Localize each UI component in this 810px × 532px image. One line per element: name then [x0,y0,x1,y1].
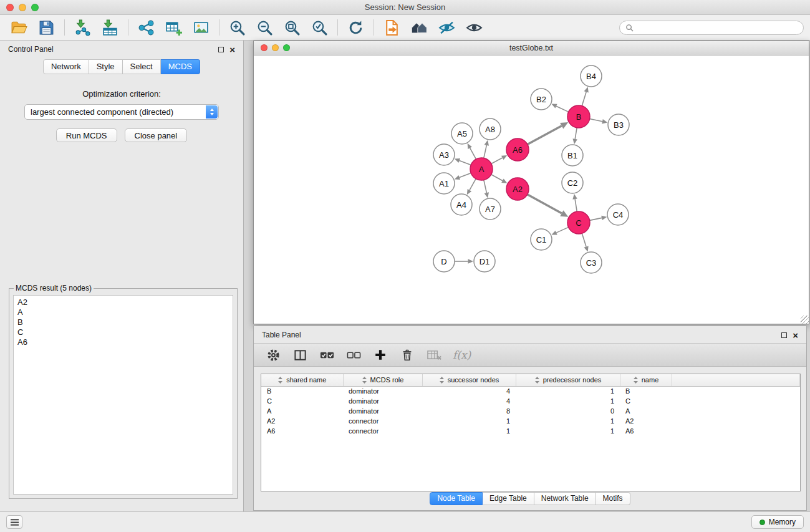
mcds-result-list[interactable]: A2ABCA6 [13,295,233,495]
table-cell[interactable]: A2 [261,416,343,426]
tab-network[interactable]: Network [43,59,89,74]
network-canvas[interactable]: B4B2BB3A8A5A6A3B1AA1C2A2A4A7C4CC1DD1C3 [254,56,809,324]
mcds-result-item[interactable]: A [17,307,229,317]
close-table-panel-icon[interactable]: × [793,332,798,338]
table-cell[interactable]: 0 [516,406,620,416]
graph-node-D1[interactable]: D1 [474,251,495,272]
resize-grip[interactable] [801,316,809,324]
graph-node-B2[interactable]: B2 [531,89,552,110]
table-cell[interactable]: dominator [343,396,422,406]
home-view-button[interactable] [407,17,432,38]
import-table-from-file-button[interactable] [97,17,123,38]
graph-edge-A6-B[interactable] [528,126,562,145]
mcds-result-item[interactable]: A6 [17,337,229,347]
table-cell[interactable]: B [620,386,672,396]
select-all-columns-button[interactable] [319,347,335,363]
deselect-all-columns-button[interactable] [345,347,362,363]
graph-node-A6[interactable]: A6 [506,138,529,161]
refresh-layout-button[interactable] [343,17,369,38]
table-cell[interactable]: A [620,406,672,416]
search-input[interactable] [637,23,798,32]
table-row[interactable]: A6connector11A6 [261,426,800,436]
graph-node-B4[interactable]: B4 [581,65,602,87]
criterion-dropdown[interactable]: largest connected component (directed) [24,104,219,120]
table-row[interactable]: A2connector11A2 [261,416,800,426]
table-cell[interactable]: 1 [516,416,620,426]
table-cell[interactable]: B [261,386,343,396]
graph-node-A2[interactable]: A2 [506,178,529,200]
graph-edge-A-A7[interactable] [484,180,486,193]
graph-edge-B-B1[interactable] [575,128,577,139]
column-header-successor-nodes[interactable]: successor nodes [422,374,516,386]
graph-node-C3[interactable]: C3 [581,252,602,273]
graph-edge-A-A6[interactable] [491,158,503,164]
import-network-from-file-button[interactable] [70,17,95,38]
graph-node-A8[interactable]: A8 [480,118,501,140]
zoom-out-button[interactable] [252,17,277,38]
delete-table-button[interactable] [426,347,442,363]
graph-node-A1[interactable]: A1 [433,173,455,194]
close-window-button[interactable] [6,4,14,11]
graph-node-A7[interactable]: A7 [480,198,501,220]
save-session-button[interactable] [34,17,59,38]
table-cell[interactable]: C [620,396,672,406]
table-cell[interactable]: A6 [620,426,672,436]
tab-select[interactable]: Select [123,59,161,74]
graph-edge-C-C2[interactable] [575,199,577,211]
graph-node-A4[interactable]: A4 [451,194,472,215]
open-session-button[interactable] [6,17,32,38]
table-cell[interactable]: connector [343,416,422,426]
zoom-window-button[interactable] [31,4,39,11]
show-columns-button[interactable] [292,347,308,363]
close-panel-icon[interactable]: × [229,47,235,52]
network-minimize-button[interactable] [272,44,279,51]
table-cell[interactable]: 4 [422,386,516,396]
column-header-shared-name[interactable]: shared name [261,374,343,386]
float-table-panel-icon[interactable] [781,332,787,338]
graph-edge-A-A4[interactable] [470,179,476,190]
function-builder-button[interactable]: f(x) [453,347,471,363]
table-cell[interactable]: connector [343,426,422,436]
node-table-container[interactable]: shared name MCDS role successor nodes pr… [261,374,801,491]
tab-edge-table[interactable]: Edge Table [483,492,534,505]
table-cell[interactable]: dominator [343,386,422,396]
graph-node-A3[interactable]: A3 [433,144,455,165]
graph-edge-B-B2[interactable] [556,106,569,112]
table-cell[interactable]: dominator [343,406,422,416]
table-cell[interactable]: 1 [516,386,620,396]
run-mcds-button[interactable]: Run MCDS [56,128,117,142]
network-close-button[interactable] [261,44,268,51]
new-table-button[interactable] [161,17,186,38]
mcds-result-item[interactable]: B [17,317,229,327]
hide-graphics-details-button[interactable] [434,17,460,38]
tab-motifs[interactable]: Motifs [596,492,630,505]
graph-edge-A2-C[interactable] [528,195,562,213]
table-cell[interactable]: A6 [261,426,343,436]
column-header-predecessor-nodes[interactable]: predecessor nodes [516,374,620,386]
tab-style[interactable]: Style [89,59,123,74]
table-row[interactable]: Bdominator41B [261,386,800,396]
table-settings-button[interactable] [265,347,281,363]
graph-node-D[interactable]: D [433,251,455,272]
column-header-mcds-role[interactable]: MCDS role [343,374,422,386]
close-panel-button[interactable]: Close panel [125,128,188,142]
graph-node-A[interactable]: A [470,158,493,180]
network-zoom-button[interactable] [283,44,290,51]
network-graph[interactable]: B4B2BB3A8A5A6A3B1AA1C2A2A4A7C4CC1DD1C3 [254,56,809,324]
tab-mcds[interactable]: MCDS [161,59,200,74]
graph-edge-A-A3[interactable] [460,160,471,165]
table-cell[interactable]: 4 [422,396,516,406]
memory-button[interactable]: Memory [751,515,804,529]
graph-node-A5[interactable]: A5 [451,123,473,144]
graph-node-C2[interactable]: C2 [562,172,583,193]
table-cell[interactable]: 1 [422,426,516,436]
new-network-button[interactable] [133,17,159,38]
table-cell[interactable]: 1 [516,426,620,436]
table-cell[interactable]: 8 [422,406,516,416]
table-cell[interactable]: 1 [516,396,620,406]
table-row[interactable]: Cdominator41C [261,396,800,406]
network-window-titlebar[interactable]: testGlobe.txt [254,41,809,56]
graph-edge-A-A8[interactable] [484,145,486,158]
graph-edge-C-C1[interactable] [556,227,568,233]
tab-node-table[interactable]: Node Table [430,492,483,505]
